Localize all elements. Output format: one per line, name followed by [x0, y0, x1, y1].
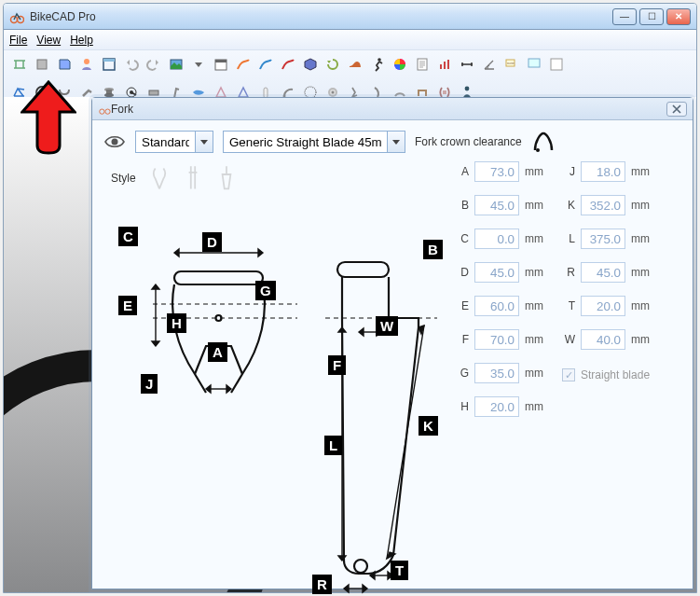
standard-combo[interactable]: [135, 131, 213, 153]
style-option-1-icon[interactable]: [149, 164, 170, 192]
param-input-r[interactable]: [581, 262, 625, 283]
param-label: F: [456, 333, 469, 346]
diagram-tag-h: H: [167, 313, 186, 333]
straight-blade-checkbox[interactable]: ✓Straight blade: [562, 368, 650, 381]
standard-input[interactable]: [135, 131, 195, 153]
param-label: K: [562, 199, 575, 212]
part-icon[interactable]: [32, 54, 52, 75]
checkbox-icon: ✓: [562, 368, 575, 381]
undo-icon[interactable]: [121, 54, 142, 75]
param-input-e[interactable]: [474, 296, 519, 316]
swoosh1-icon[interactable]: [233, 54, 254, 75]
param-input-j[interactable]: [581, 161, 625, 182]
param-input-w[interactable]: [581, 329, 625, 350]
measure-icon[interactable]: [457, 54, 477, 75]
svg-rect-12: [444, 62, 446, 69]
diagram-tag-c: C: [118, 227, 138, 246]
calendar-icon[interactable]: [211, 54, 231, 75]
svg-rect-16: [528, 59, 540, 67]
cube-icon[interactable]: [300, 54, 321, 75]
param-input-g[interactable]: [474, 363, 519, 383]
crown-clearance-icon[interactable]: [531, 130, 556, 154]
blade-input[interactable]: [223, 131, 387, 153]
param-unit: mm: [631, 333, 650, 346]
dialog-close-button[interactable]: [666, 102, 687, 117]
diagram-tag-d: D: [202, 232, 222, 252]
param-input-k[interactable]: [581, 195, 625, 215]
dialog-title: Fork: [111, 103, 666, 116]
param-label: G: [456, 367, 469, 380]
svg-rect-31: [418, 90, 427, 91]
svg-point-34: [100, 109, 104, 114]
app-icon: [9, 9, 24, 24]
param-input-a[interactable]: [474, 161, 519, 182]
swoosh2-icon[interactable]: [255, 54, 276, 75]
maximize-button[interactable]: ☐: [639, 8, 664, 25]
param-c: Cmm: [456, 229, 543, 249]
dimensions-icon[interactable]: [9, 54, 30, 75]
window-icon[interactable]: [99, 54, 119, 75]
param-unit: mm: [525, 299, 543, 312]
redo-icon[interactable]: [144, 54, 164, 75]
diagram-tag-k: K: [419, 416, 438, 436]
param-h: Hmm: [456, 396, 543, 417]
menu-file[interactable]: File: [9, 34, 27, 47]
dropdown-icon[interactable]: [188, 54, 209, 75]
param-unit: mm: [525, 165, 543, 178]
style-option-3-icon[interactable]: [216, 164, 237, 192]
menu-view[interactable]: View: [36, 34, 61, 47]
diagram-tag-b: B: [423, 240, 443, 259]
runner-icon[interactable]: [367, 54, 388, 75]
panel-icon[interactable]: [524, 54, 544, 75]
param-label: D: [456, 266, 469, 279]
picture-icon[interactable]: [166, 54, 186, 75]
param-input-f[interactable]: [474, 329, 519, 350]
param-t: Tmm: [562, 296, 650, 316]
people-icon[interactable]: [76, 54, 97, 75]
style-option-2-icon[interactable]: [183, 164, 203, 192]
param-unit: mm: [525, 232, 543, 245]
window-controls: — ☐ ✕: [612, 8, 691, 25]
save-icon[interactable]: [54, 54, 75, 75]
param-label: L: [562, 232, 575, 245]
diagram-tag-t: T: [391, 561, 408, 580]
param-input-b[interactable]: [474, 195, 519, 215]
param-unit: mm: [631, 199, 650, 212]
chart-icon[interactable]: [434, 54, 455, 75]
blade-dropdown-button[interactable]: [387, 131, 405, 153]
parameters-col-left: AmmBmmCmmDmmEmmFmmGmmHmm: [456, 161, 543, 562]
diagram-tag-j: J: [141, 374, 158, 394]
color-wheel-icon[interactable]: [390, 54, 410, 75]
param-a: Amm: [456, 161, 543, 182]
blank-icon[interactable]: [546, 54, 567, 75]
param-label: A: [456, 165, 469, 178]
angle-icon[interactable]: [479, 54, 500, 75]
crown-clearance-label: Fork crown clearance: [415, 135, 522, 148]
param-input-d[interactable]: [474, 262, 519, 283]
param-input-l[interactable]: [581, 229, 625, 249]
dialog-icon: [98, 103, 111, 116]
style-row: Style: [102, 159, 456, 197]
menu-help[interactable]: Help: [70, 34, 93, 47]
param-input-c[interactable]: [474, 229, 519, 249]
swoosh3-icon[interactable]: [278, 54, 298, 75]
svg-rect-32: [443, 90, 446, 94]
param-input-h[interactable]: [474, 396, 519, 417]
param-input-t[interactable]: [581, 296, 625, 316]
blade-combo[interactable]: [223, 131, 405, 153]
param-unit: mm: [525, 367, 543, 380]
notes-icon[interactable]: [412, 54, 432, 75]
rotate-icon[interactable]: [323, 54, 343, 75]
standard-dropdown-button[interactable]: [195, 131, 213, 153]
minimize-button[interactable]: —: [612, 8, 637, 25]
note-tag-icon[interactable]: note: [501, 54, 522, 75]
tutorial-arrow: [21, 80, 76, 155]
visibility-icon[interactable]: [103, 133, 126, 150]
close-button[interactable]: ✕: [666, 8, 691, 25]
shoe-icon[interactable]: [345, 54, 365, 75]
svg-rect-38: [174, 271, 263, 284]
svg-rect-10: [418, 59, 427, 70]
svg-point-37: [536, 148, 540, 152]
diagram-tag-g: G: [255, 281, 276, 300]
svg-point-36: [112, 139, 118, 146]
